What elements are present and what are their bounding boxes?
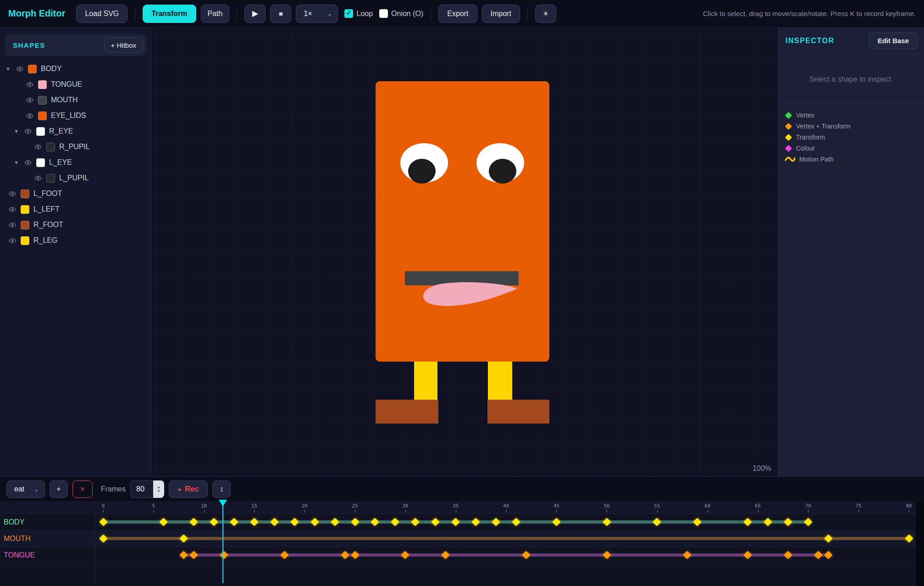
frames-stepper[interactable]: ▲ ▼ bbox=[153, 480, 164, 498]
keyframe-diamond[interactable] bbox=[522, 551, 530, 559]
keyframe-diamond[interactable] bbox=[189, 551, 198, 559]
keyframe-diamond[interactable] bbox=[764, 518, 772, 526]
keyframe-diamond[interactable] bbox=[743, 551, 752, 559]
keyframe-diamond[interactable] bbox=[905, 534, 913, 542]
expand-caret-icon[interactable]: ▼ bbox=[14, 128, 20, 134]
keyframe-diamond[interactable] bbox=[160, 518, 168, 526]
keyframe-diamond[interactable] bbox=[371, 518, 379, 526]
left-pupil-shape[interactable] bbox=[489, 159, 516, 184]
keyframe-diamond[interactable] bbox=[179, 534, 188, 542]
keyframe-diamond[interactable] bbox=[331, 518, 339, 526]
keyframe-diamond[interactable] bbox=[270, 518, 278, 526]
keyframe-diamond[interactable] bbox=[784, 551, 792, 559]
layer-row-r_foot[interactable]: R_FOOT bbox=[0, 217, 151, 233]
keyframe-diamond[interactable] bbox=[220, 551, 228, 559]
keyframe-diamond[interactable] bbox=[784, 518, 792, 526]
add-clip-button[interactable]: + bbox=[50, 480, 68, 498]
keyframe-diamond[interactable] bbox=[653, 518, 661, 526]
keyframe-diamond[interactable] bbox=[432, 518, 440, 526]
record-button[interactable]: ● Rec bbox=[169, 480, 208, 498]
left-leg-shape[interactable] bbox=[414, 361, 437, 400]
speed-select[interactable]: 1× ⌄ bbox=[296, 5, 338, 23]
keyframe-diamond[interactable] bbox=[693, 518, 702, 526]
delete-clip-button[interactable]: × bbox=[72, 480, 93, 498]
timeline-ruler[interactable]: 05101520253035404550556065707580 bbox=[0, 502, 924, 513]
keyframe-diamond[interactable] bbox=[351, 518, 359, 526]
layer-row-tongue[interactable]: TONGUE bbox=[0, 77, 151, 92]
visibility-eye-icon[interactable] bbox=[34, 175, 42, 181]
visibility-eye-icon[interactable] bbox=[24, 128, 32, 134]
keyframe-diamond[interactable] bbox=[351, 551, 359, 559]
keyframe-diamond[interactable] bbox=[310, 518, 319, 526]
visibility-eye-icon[interactable] bbox=[26, 113, 34, 119]
right-foot-shape[interactable] bbox=[487, 400, 549, 424]
keyframe-diamond[interactable] bbox=[290, 518, 299, 526]
keyframe-diamond[interactable] bbox=[683, 551, 692, 559]
keyframe-diamond[interactable] bbox=[451, 518, 459, 526]
body-shape[interactable] bbox=[376, 81, 549, 362]
keyframe-diamond[interactable] bbox=[471, 518, 480, 526]
play-button[interactable]: ▶ bbox=[244, 5, 266, 23]
keyframe-diamond[interactable] bbox=[189, 518, 198, 526]
keyframe-diamond[interactable] bbox=[743, 518, 752, 526]
keyframe-diamond[interactable] bbox=[99, 534, 107, 542]
layer-row-l_pupil[interactable]: L_PUPIL bbox=[0, 170, 151, 186]
frames-value-field[interactable]: 80 bbox=[130, 480, 153, 498]
keyframe-diamond[interactable] bbox=[492, 518, 500, 526]
visibility-eye-icon[interactable] bbox=[34, 144, 42, 150]
clip-select[interactable]: eat ⌄ bbox=[6, 480, 45, 498]
layer-row-l_left[interactable]: L_LEFT bbox=[0, 201, 151, 217]
visibility-eye-icon[interactable] bbox=[24, 160, 32, 166]
visibility-eye-icon[interactable] bbox=[26, 82, 34, 88]
keyframe-diamond[interactable] bbox=[442, 551, 450, 559]
canvas[interactable]: 100% bbox=[151, 28, 778, 476]
keyframe-diamond[interactable] bbox=[230, 518, 238, 526]
character-drawing[interactable] bbox=[151, 28, 778, 476]
layer-row-body[interactable]: ▼BODY bbox=[0, 61, 151, 77]
stepper-up-icon[interactable]: ▲ bbox=[157, 485, 160, 489]
layer-row-l_foot[interactable]: L_FOOT bbox=[0, 186, 151, 201]
keyframe-diamond[interactable] bbox=[341, 551, 349, 559]
visibility-eye-icon[interactable] bbox=[8, 191, 17, 197]
layer-row-r_eye[interactable]: ▼R_EYE bbox=[0, 123, 151, 139]
keyframe-diamond[interactable] bbox=[401, 551, 409, 559]
playhead-line[interactable] bbox=[222, 502, 223, 583]
playhead-handle[interactable] bbox=[219, 500, 227, 507]
keyframe-diamond[interactable] bbox=[179, 551, 188, 559]
keyframe-diamond[interactable] bbox=[512, 518, 520, 526]
visibility-eye-icon[interactable] bbox=[8, 238, 17, 244]
right-leg-shape[interactable] bbox=[488, 361, 512, 400]
load-svg-button[interactable]: Load SVG bbox=[76, 5, 127, 23]
add-hitbox-button[interactable]: + Hitbox bbox=[104, 37, 143, 53]
layer-row-eye_lids[interactable]: EYE_LIDS bbox=[0, 108, 151, 123]
loop-checkbox[interactable] bbox=[344, 9, 353, 18]
keyframe-diamond[interactable] bbox=[411, 518, 420, 526]
keyframe-diamond[interactable] bbox=[824, 534, 832, 542]
export-button[interactable]: Export bbox=[438, 5, 477, 23]
keyframe-diamond[interactable] bbox=[391, 518, 399, 526]
stop-button[interactable]: ■ bbox=[270, 5, 291, 23]
path-mode-button[interactable]: Path bbox=[201, 5, 230, 23]
layer-row-r_leg[interactable]: R_LEG bbox=[0, 233, 151, 248]
visibility-eye-icon[interactable] bbox=[26, 97, 34, 103]
left-foot-shape[interactable] bbox=[376, 400, 438, 424]
layer-row-l_eye[interactable]: ▼L_EYE bbox=[0, 155, 151, 170]
keyframe-diamond[interactable] bbox=[814, 551, 822, 559]
keyframe-diamond[interactable] bbox=[280, 551, 288, 559]
expand-caret-icon[interactable]: ▼ bbox=[6, 66, 11, 72]
right-pupil-shape[interactable] bbox=[408, 159, 436, 184]
layer-row-mouth[interactable]: MOUTH bbox=[0, 92, 151, 108]
keyframe-diamond[interactable] bbox=[99, 518, 107, 526]
visibility-eye-icon[interactable] bbox=[8, 206, 17, 212]
timeline-resize-button[interactable]: ↕ bbox=[212, 480, 231, 498]
onion-checkbox[interactable] bbox=[379, 9, 388, 18]
stepper-down-icon[interactable]: ▼ bbox=[157, 489, 160, 493]
timeline-row-body[interactable]: BODY bbox=[0, 513, 924, 530]
keyframe-diamond[interactable] bbox=[603, 551, 611, 559]
visibility-eye-icon[interactable] bbox=[16, 66, 24, 72]
timeline-scrollbar-gutter[interactable] bbox=[916, 502, 924, 586]
transform-mode-button[interactable]: Transform bbox=[143, 5, 196, 23]
timeline-row-tongue[interactable]: TONGUE bbox=[0, 547, 924, 563]
keyframe-diamond[interactable] bbox=[824, 551, 832, 559]
visibility-eye-icon[interactable] bbox=[8, 222, 17, 228]
